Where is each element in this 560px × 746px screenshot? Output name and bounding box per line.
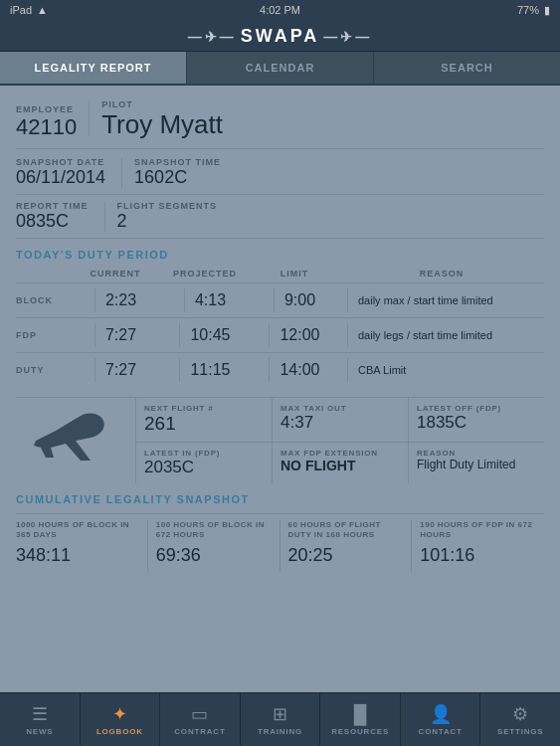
block-label: BLOCK — [16, 295, 71, 305]
cumulative-section: CUMULATIVE LEGALITY SNAPSHOT 1000 HOURS … — [16, 493, 544, 572]
block-current: 2:23 — [105, 291, 136, 309]
block-current-cell: 2:23 — [71, 288, 160, 312]
duty-current-cell: 7:27 — [71, 358, 160, 382]
max-fdp-cell: MAX FDP EXTENSION NO FLIGHT — [272, 443, 408, 484]
duty-pipe-2 — [179, 358, 180, 382]
fdp-projected: 10:45 — [190, 326, 230, 344]
pilot-block: PILOT Troy Myatt — [101, 99, 223, 140]
snapshot-time-cell: SNAPSHOT TIME 1602C — [134, 157, 221, 188]
duty-current: 7:27 — [105, 361, 136, 379]
employee-section: EMPLOYEE 42110 PILOT Troy Myatt — [16, 99, 544, 149]
pilot-label: PILOT — [101, 99, 223, 109]
duty-row-block: BLOCK 2:23 4:13 9:00 daily max / start t… — [16, 282, 544, 317]
battery-label: 77% — [517, 4, 539, 16]
flight-grid: NEXT FLIGHT # 261 MAX TAXI OUT 4:37 LATE… — [135, 398, 544, 483]
nav-contract-label: CONTRACT — [174, 727, 225, 736]
duty-projected: 11:15 — [190, 361, 230, 379]
duty-label: DUTY — [16, 365, 71, 375]
nav-news-label: NEWS — [26, 727, 53, 736]
app-header: —✈— SWAPA —✈— — [0, 20, 560, 52]
block-limit: 9:00 — [284, 291, 315, 309]
max-fdp-value: NO FLIGHT — [280, 458, 400, 473]
duty-row-fdp: FDP 7:27 10:45 12:00 daily legs / start … — [16, 317, 544, 352]
cumul-label-3: 190 HOURS OF FDP IN 672 HOURS — [420, 520, 536, 541]
snapshot-time-value: 1602C — [134, 167, 221, 188]
snapshot-date-value: 06/11/2014 — [16, 167, 105, 188]
cumul-cell-1: 100 HOURS OF BLOCK IN 672 HOURS 69:36 — [148, 520, 280, 572]
nav-settings-icon: ⚙ — [512, 703, 528, 725]
next-flight-label: NEXT FLIGHT # — [144, 404, 264, 413]
nav-contract[interactable]: ▭ CONTRACT — [160, 693, 241, 746]
snapshot-row: SNAPSHOT DATE 06/11/2014 SNAPSHOT TIME 1… — [16, 157, 544, 195]
nav-contact[interactable]: 👤 CONTACT — [401, 693, 481, 746]
cumul-label-2: 60 HOURS OF FLIGHT DUTY IN 168 HOURS — [288, 520, 404, 541]
max-taxi-cell: MAX TAXI OUT 4:37 — [272, 398, 408, 443]
airplane-icon — [26, 406, 125, 475]
next-flight-value: 261 — [144, 413, 264, 435]
nav-settings[interactable]: ⚙ SETTINGS — [480, 693, 560, 746]
fdp-pipe-3 — [269, 323, 270, 347]
nav-contact-icon: 👤 — [430, 703, 452, 725]
nav-resources[interactable]: ▐▌ RESOURCES — [320, 693, 401, 746]
employee-label: EMPLOYEE — [16, 104, 77, 114]
tab-search[interactable]: SEARCH — [374, 52, 560, 84]
col-header-reason: REASON — [339, 269, 544, 279]
duty-section-header: TODAY'S DUTY PERIOD — [16, 249, 544, 261]
col-header-limit: LIMIT — [250, 269, 339, 279]
report-row: REPORT TIME 0835C FLIGHT SEGMENTS 2 — [16, 201, 544, 239]
block-reason-cell: daily max / start time limited — [339, 288, 544, 312]
nav-contract-icon: ▭ — [191, 703, 208, 725]
fdp-projected-cell: 10:45 — [160, 323, 250, 347]
duty-table-header: CURRENT PROJECTED LIMIT REASON — [16, 269, 544, 279]
fdp-pipe-4 — [347, 323, 348, 347]
cumul-label-1: 100 HOURS OF BLOCK IN 672 HOURS — [156, 520, 272, 541]
nav-news[interactable]: ☰ NEWS — [0, 693, 81, 746]
col-header-current: CURRENT — [71, 269, 160, 279]
flight-reason-label: REASON — [417, 449, 536, 458]
block-pipe-3 — [274, 288, 275, 312]
snapshot-divider — [121, 158, 122, 188]
bottom-nav: ☰ NEWS ✦ LOGBOOK ▭ CONTRACT ⊞ TRAINING ▐… — [0, 692, 560, 746]
status-bar-left: iPad ▲ — [10, 4, 48, 16]
tab-legality-report[interactable]: LEGALITY REPORT — [0, 52, 187, 84]
latest-in-value: 2035C — [144, 458, 264, 477]
latest-in-label: LATEST IN (FDP) — [144, 449, 264, 458]
employee-id: 42110 — [16, 114, 77, 140]
duty-pipe-1 — [94, 358, 95, 382]
report-time-value: 0835C — [16, 211, 89, 232]
nav-logbook[interactable]: ✦ LOGBOOK — [81, 693, 161, 746]
duty-limit-cell: 14:00 — [250, 358, 339, 382]
logo-text: SWAPA — [241, 26, 320, 47]
flight-segments-value: 2 — [117, 211, 218, 232]
snapshot-date-label: SNAPSHOT DATE — [16, 157, 105, 167]
latest-in-cell: LATEST IN (FDP) 2035C — [135, 443, 272, 484]
cumul-cell-0: 1000 HOURS OF BLOCK IN 365 DAYS 348:11 — [16, 520, 148, 572]
block-pipe-2 — [184, 288, 185, 312]
snapshot-date-cell: SNAPSHOT DATE 06/11/2014 — [16, 157, 105, 188]
flight-reason-value: Flight Duty Limited — [417, 458, 536, 471]
status-bar-right: 77% ▮ — [517, 4, 550, 17]
snapshot-time-label: SNAPSHOT TIME — [134, 157, 221, 167]
block-projected-cell: 4:13 — [160, 288, 250, 312]
cumul-value-0: 348:11 — [16, 545, 139, 566]
device-label: iPad — [10, 4, 32, 16]
cumulative-row: 1000 HOURS OF BLOCK IN 365 DAYS 348:11 1… — [16, 513, 544, 572]
nav-training[interactable]: ⊞ TRAINING — [241, 693, 321, 746]
main-content: EMPLOYEE 42110 PILOT Troy Myatt SNAPSHOT… — [0, 86, 560, 692]
nav-logbook-label: LOGBOOK — [96, 727, 143, 736]
nav-settings-label: SETTINGS — [497, 727, 543, 736]
report-time-label: REPORT TIME — [16, 201, 89, 211]
cumul-value-1: 69:36 — [156, 545, 272, 566]
battery-icon: ▮ — [544, 4, 550, 17]
block-limit-cell: 9:00 — [250, 288, 339, 312]
nav-logbook-icon: ✦ — [112, 703, 127, 725]
fdp-limit-cell: 12:00 — [250, 323, 339, 347]
duty-table: CURRENT PROJECTED LIMIT REASON BLOCK 2:2… — [16, 269, 544, 387]
tab-bar: LEGALITY REPORT CALENDAR SEARCH — [0, 52, 560, 86]
col-header-label — [16, 269, 71, 279]
latest-off-value: 1835C — [417, 413, 536, 433]
plane-area — [16, 398, 135, 483]
latest-off-label: LATEST OFF (FDP) — [417, 404, 536, 413]
tab-calendar[interactable]: CALENDAR — [187, 52, 374, 84]
block-pipe-1 — [94, 288, 95, 312]
